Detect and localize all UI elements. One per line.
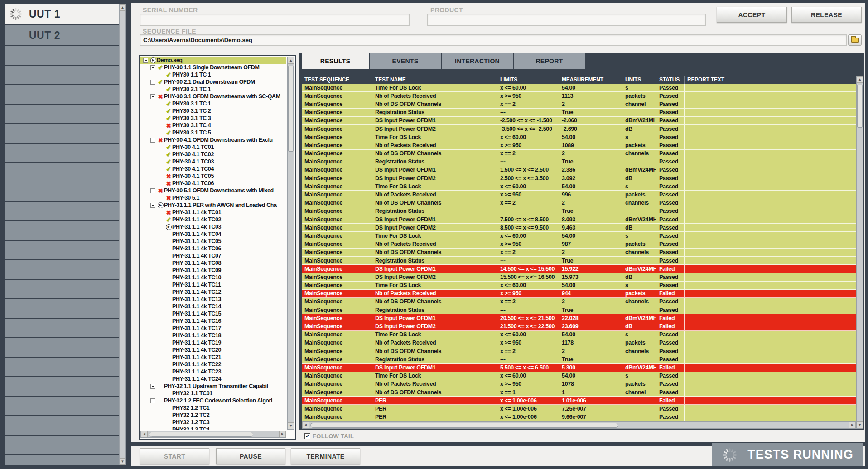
results-hscrollbar[interactable]: ◄ ►	[302, 421, 856, 429]
tree-item[interactable]: PHY-31 1.1 4k TC17	[140, 325, 286, 332]
tree-item[interactable]: PHY-31 1.1 4k TC10	[140, 274, 286, 281]
sequence-file-input[interactable]	[140, 34, 847, 46]
tree-item[interactable]: ✖PHY-30 4.1 TC05	[140, 172, 286, 180]
result-row[interactable]: MainSequenceDS Input Power OFDM17.500 <=…	[302, 215, 856, 224]
result-row[interactable]: MainSequenceDS Input Power OFDM114.500 <…	[302, 265, 856, 273]
result-row[interactable]: MainSequenceNb of DS OFDM Channelsx == 2…	[302, 347, 856, 355]
result-row[interactable]: MainSequenceTime For DS Lockx <= 60.0054…	[302, 84, 856, 92]
result-row[interactable]: MainSequenceDS Input Power OFDM221.500 <…	[302, 322, 856, 330]
browse-button[interactable]	[848, 34, 862, 46]
result-row[interactable]: MainSequenceTime For DS Lockx <= 60.0054…	[302, 372, 856, 380]
tree-item[interactable]: ✔PHY-30 4.1 TC01	[140, 144, 286, 151]
collapse-minus-icon[interactable]	[143, 58, 148, 63]
result-row[interactable]: MainSequenceNb of Packets Receivedx >= 9…	[302, 191, 856, 199]
tab-results[interactable]: RESULTS	[302, 53, 370, 69]
column-header-status[interactable]: STATUS	[656, 76, 684, 84]
result-row[interactable]: MainSequencePERx <= 1.00e-0069.66e-007Pa…	[302, 413, 856, 421]
uut-empty-slot[interactable]	[5, 416, 119, 435]
tree-item[interactable]: PHY-32 1.2 FEC Codeword Selection Algori	[140, 397, 286, 404]
column-header-report-text[interactable]: REPORT TEXT	[684, 76, 856, 84]
tree-item[interactable]: PHY32 1.2 TC3	[140, 419, 286, 426]
result-row[interactable]: MainSequenceTime For DS Lockx <= 60.0054…	[302, 182, 856, 191]
uut-empty-slot[interactable]	[5, 377, 119, 396]
uut-empty-slot[interactable]	[5, 397, 119, 415]
tree-item[interactable]: ✔PHY30 3.1 TC 5	[140, 129, 286, 136]
result-row[interactable]: MainSequenceNb of DS OFDM Channelsx == 2…	[302, 249, 856, 257]
tree-item[interactable]: PHY-31 1.1 4k TC08	[140, 259, 286, 267]
result-row[interactable]: MainSequenceDS Input Power OFDM15.500 <=…	[302, 364, 856, 372]
tree-item[interactable]: PHY-31 1.1 4k TC14	[140, 303, 286, 310]
result-row[interactable]: MainSequenceNb of DS OFDM Channelsx == 2…	[302, 100, 856, 108]
tree-item[interactable]: PHY-32 1.1 Upstream Transmitter Capabil	[140, 383, 286, 390]
scroll-up-icon[interactable]: ▲	[288, 57, 294, 64]
tree-item[interactable]: ✔PHY30 3.1 TC 3	[140, 115, 286, 122]
scroll-right-icon[interactable]: ►	[849, 422, 856, 428]
result-row[interactable]: MainSequenceDS Input Power OFDM120.500 <…	[302, 314, 856, 322]
tree-hscrollbar[interactable]: ◄ ►	[140, 431, 286, 438]
uut-empty-slot[interactable]	[5, 221, 119, 240]
tab-interaction[interactable]: INTERACTION	[442, 53, 514, 69]
terminate-button[interactable]: TERMINATE	[291, 448, 360, 464]
tree-item[interactable]: ▶PHY-31 1.1 4k TC03	[140, 223, 286, 230]
tree-item[interactable]: PHY-31 1.1 4k TC06	[140, 245, 286, 252]
release-button[interactable]: RELEASE	[791, 7, 862, 23]
scrollbar-thumb[interactable]	[288, 66, 294, 152]
result-row[interactable]: MainSequenceNb of Packets Receivedx >= 9…	[302, 240, 856, 249]
scroll-up-icon[interactable]: ▲	[857, 76, 863, 83]
result-row[interactable]: MainSequenceRegistration Status---TruePa…	[302, 355, 856, 364]
tree-item[interactable]: ✖PHY-31 1.1 4k TC01	[140, 209, 286, 216]
scroll-right-icon[interactable]: ►	[279, 431, 286, 437]
result-row[interactable]: MainSequenceRegistration Status---TruePa…	[302, 158, 856, 166]
tree-item[interactable]: ✔PHY30 1.1 TC 1	[140, 71, 286, 78]
uut-empty-slot[interactable]	[5, 280, 119, 298]
result-row[interactable]: MainSequenceDS Input Power OFDM1-2.500 <…	[302, 117, 856, 125]
uut-empty-slot[interactable]	[5, 455, 119, 465]
follow-tail-checkbox[interactable]: ✔	[304, 433, 310, 439]
result-row[interactable]: MainSequenceNb of DS OFDM Channelsx == 2…	[302, 150, 856, 158]
collapse-minus-icon[interactable]	[150, 138, 155, 143]
uut-scrollbar[interactable]: ▲ ▼	[119, 4, 126, 465]
result-row[interactable]: MainSequenceTime For DS Lockx <= 60.0054…	[302, 232, 856, 240]
tree-item[interactable]: PHY-31 1.1 4k TC23	[140, 368, 286, 375]
start-button[interactable]: START	[140, 448, 209, 464]
result-row[interactable]: MainSequenceNb of DS OFDM Channelsx == 2…	[302, 199, 856, 207]
tab-events[interactable]: EVENTS	[370, 53, 442, 69]
result-row[interactable]: MainSequencePERx <= 1.00e-0061.01e-006Fa…	[302, 397, 856, 405]
tree-item[interactable]: ✔PHY30 2.1 TC 1	[140, 86, 286, 93]
scroll-down-icon[interactable]: ▼	[120, 458, 125, 465]
scrollbar-thumb[interactable]	[310, 423, 618, 428]
tree-item[interactable]: PHY32 1.2 TC2	[140, 412, 286, 419]
serial-number-input[interactable]	[140, 14, 410, 26]
accept-button[interactable]: ACCEPT	[717, 7, 787, 23]
tree-item[interactable]: PHY-31 1.1 4k TC24	[140, 375, 286, 383]
tree-item[interactable]: ▶PHY-31 1.1 PER with AWGN and Loaded Cha	[140, 201, 286, 209]
uut-empty-slot[interactable]	[5, 46, 119, 65]
uut-empty-slot[interactable]	[5, 66, 119, 84]
result-row[interactable]: MainSequenceNb of Packets Receivedx >= 9…	[302, 92, 856, 100]
scroll-down-icon[interactable]: ▼	[857, 421, 863, 428]
tree-item[interactable]: PHY-31 1.1 4k TC12	[140, 288, 286, 296]
uut-empty-slot[interactable]	[5, 124, 119, 143]
uut-empty-slot[interactable]	[5, 319, 119, 337]
tab-report[interactable]: REPORT	[514, 53, 586, 69]
tree-item[interactable]: ✔PHY-30 4.1 TC04	[140, 165, 286, 172]
follow-tail-control[interactable]: ✔ FOLLOW TAIL	[304, 431, 354, 441]
result-row[interactable]: MainSequenceDS Input Power OFDM28.500 <=…	[302, 224, 856, 232]
result-row[interactable]: MainSequenceDS Input Power OFDM2-3.500 <…	[302, 125, 856, 133]
tree-item[interactable]: PHY-31 1.1 4k TC19	[140, 339, 286, 346]
result-row[interactable]: MainSequenceDS Input Power OFDM215.500 <…	[302, 273, 856, 281]
uut-empty-slot[interactable]	[5, 436, 119, 454]
uut-empty-slot[interactable]	[5, 299, 119, 318]
scroll-up-icon[interactable]: ▲	[120, 4, 125, 11]
result-row[interactable]: MainSequenceRegistration Status---TruePa…	[302, 109, 856, 117]
result-row[interactable]: MainSequenceTime For DS Lockx <= 60.0054…	[302, 282, 856, 290]
result-row[interactable]: MainSequenceNb of Packets Receivedx >= 9…	[302, 290, 856, 298]
collapse-minus-icon[interactable]	[150, 80, 155, 85]
tree-item[interactable]: PHY-31 1.1 4k TC09	[140, 267, 286, 274]
result-row[interactable]: MainSequenceNb of DS OFDM Channelsx == 2…	[302, 298, 856, 306]
collapse-minus-icon[interactable]	[150, 384, 155, 389]
uut-empty-slot[interactable]	[5, 105, 119, 123]
tree-item[interactable]: ✔PHY30 3.1 TC 2	[140, 107, 286, 115]
result-row[interactable]: MainSequencePERx <= 1.00e-0067.25e-007Pa…	[302, 405, 856, 413]
tree-item[interactable]: PHY-31 1.1 4k TC16	[140, 317, 286, 325]
